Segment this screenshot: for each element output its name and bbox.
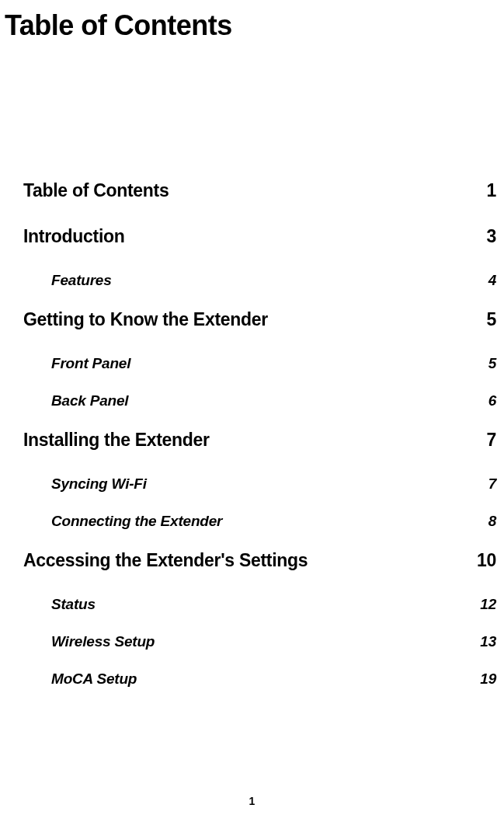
- toc-entry-page: 12: [465, 596, 496, 613]
- toc-entry: Status12: [23, 596, 496, 613]
- toc-entry-page: 3: [465, 226, 496, 247]
- toc-entry-label: MoCA Setup: [51, 671, 465, 688]
- toc-entry-page: 8: [465, 513, 496, 530]
- toc-entry: Accessing the Extender's Settings10: [23, 550, 496, 571]
- toc-entry-page: 7: [465, 430, 496, 451]
- page-number: 1: [0, 795, 504, 807]
- toc-entry-label: Status: [51, 596, 465, 613]
- toc-entry: MoCA Setup19: [23, 671, 496, 688]
- toc-entry-label: Syncing Wi-Fi: [51, 475, 465, 493]
- toc-entry-page: 4: [465, 272, 496, 289]
- toc-entry-page: 5: [465, 309, 496, 330]
- toc-entry: Getting to Know the Extender5: [23, 309, 496, 330]
- toc-entry-label: Connecting the Extender: [51, 513, 465, 530]
- toc-entry-label: Wireless Setup: [51, 633, 465, 650]
- toc-entry: Wireless Setup13: [23, 633, 496, 650]
- toc-entry: Table of Contents1: [23, 180, 496, 201]
- toc-entry-label: Back Panel: [51, 392, 465, 409]
- toc-entry-page: 6: [465, 392, 496, 409]
- toc-entry-page: 10: [465, 550, 496, 571]
- toc-entry-label: Features: [51, 272, 465, 289]
- toc-entry-label: Table of Contents: [23, 180, 465, 201]
- toc-entry-label: Accessing the Extender's Settings: [23, 550, 465, 571]
- toc-entry: Installing the Extender7: [23, 430, 496, 451]
- toc-list: Table of Contents1Introduction3Features4…: [23, 180, 496, 708]
- toc-entry-label: Installing the Extender: [23, 430, 465, 451]
- toc-entry-page: 1: [465, 180, 496, 201]
- toc-entry: Introduction3: [23, 226, 496, 247]
- toc-entry: Syncing Wi-Fi7: [23, 475, 496, 493]
- toc-entry-page: 19: [465, 671, 496, 688]
- toc-entry-page: 7: [465, 475, 496, 493]
- toc-entry-page: 13: [465, 633, 496, 650]
- page-title: Table of Contents: [0, 0, 504, 42]
- toc-entry: Features4: [23, 272, 496, 289]
- toc-entry-label: Getting to Know the Extender: [23, 309, 465, 330]
- toc-entry: Connecting the Extender8: [23, 513, 496, 530]
- toc-entry: Front Panel5: [23, 355, 496, 372]
- toc-entry-label: Front Panel: [51, 355, 465, 372]
- toc-entry: Back Panel6: [23, 392, 496, 409]
- toc-entry-label: Introduction: [23, 226, 465, 247]
- toc-entry-page: 5: [465, 355, 496, 372]
